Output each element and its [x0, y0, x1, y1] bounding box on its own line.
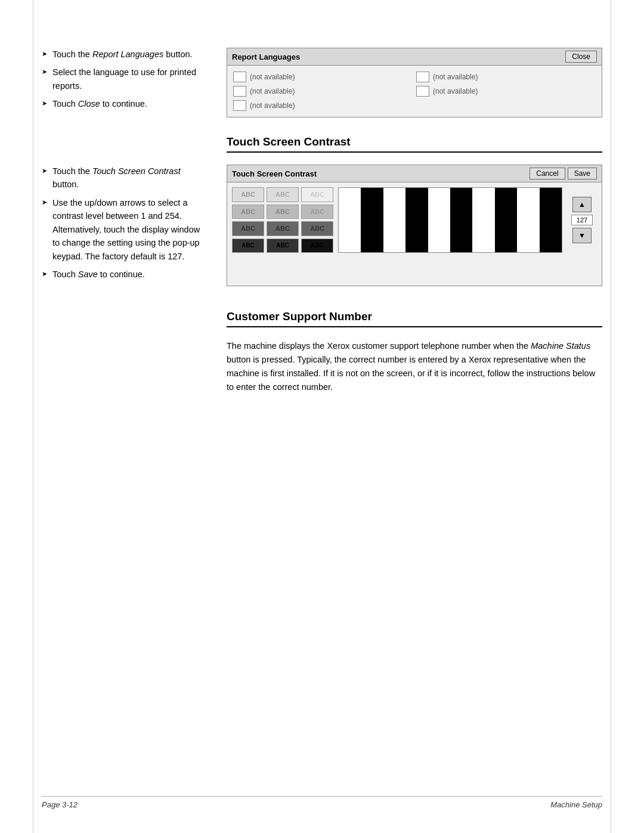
- instruction-1: Touch the Report Languages button.: [42, 48, 209, 61]
- abc-cell-6: ABC: [301, 205, 333, 219]
- abc-cell-10: ABC: [232, 239, 264, 253]
- customer-support-heading-block: Customer Support Number: [227, 310, 602, 339]
- tsc-save-button[interactable]: Save: [568, 168, 597, 179]
- contrast-value[interactable]: 127: [571, 215, 593, 225]
- report-languages-italic: Report Languages: [92, 49, 163, 59]
- abc-cell-12: ABC: [301, 239, 333, 253]
- abc-grid: ABC ABC ABC ABC ABC ABC ABC ABC ABC ABC …: [232, 187, 333, 253]
- list-item: (not available): [233, 72, 413, 82]
- stripe-8: [495, 188, 517, 252]
- stripe-6: [450, 188, 472, 252]
- abc-cell-1: ABC: [232, 187, 264, 202]
- abc-cell-11: ABC: [267, 239, 299, 253]
- section-touch-contrast: Touch the Touch Screen Contrast button. …: [42, 165, 602, 286]
- stripe-7: [472, 188, 494, 252]
- instruction-3: Touch Close to continue.: [42, 97, 209, 110]
- lang-label-1: (not available): [250, 73, 295, 81]
- tsc-cancel-button[interactable]: Cancel: [530, 168, 565, 179]
- lang-label-4: (not available): [433, 87, 478, 95]
- tsc-italic-1: Touch Screen Contrast: [92, 166, 181, 176]
- customer-support-body: The machine displays the Xerox customer …: [227, 339, 602, 395]
- abc-cell-4: ABC: [232, 205, 264, 219]
- tsc-header-buttons: Cancel Save: [530, 168, 597, 179]
- tsc-instruction-3: Touch Save to continue.: [42, 268, 209, 281]
- close-italic: Close: [78, 99, 100, 109]
- report-languages-panel: Report Languages Close (not available) (…: [227, 48, 602, 117]
- footer-section-label: Machine Setup: [550, 800, 602, 809]
- tsc-panel-title: Touch Screen Contrast: [232, 169, 317, 178]
- report-languages-panel-body: (not available) (not available) (not ava…: [227, 66, 602, 117]
- left-border: [33, 0, 33, 833]
- stripe-5: [428, 188, 450, 252]
- tsc-panel-body: ABC ABC ABC ABC ABC ABC ABC ABC ABC ABC …: [227, 182, 602, 258]
- up-arrow-button[interactable]: ▲: [572, 197, 592, 212]
- instruction-2: Select the language to use for printed r…: [42, 66, 209, 92]
- stripe-1: [339, 188, 361, 252]
- tsc-instruction-1: Touch the Touch Screen Contrast button.: [42, 165, 209, 191]
- lang-checkbox-4[interactable]: [416, 86, 429, 97]
- abc-cell-3: ABC: [301, 187, 333, 202]
- customer-support-divider: [227, 326, 602, 327]
- page-container: Touch the Report Languages button. Selec…: [0, 0, 644, 833]
- down-arrow-button[interactable]: ▼: [572, 228, 592, 243]
- lang-label-5: (not available): [250, 101, 295, 110]
- abc-cell-8: ABC: [267, 221, 299, 236]
- list-item: (not available): [233, 100, 413, 111]
- contrast-controls: ▲ 127 ▼: [567, 187, 597, 253]
- report-languages-instructions: Touch the Report Languages button. Selec…: [42, 48, 209, 117]
- contrast-bar: [338, 187, 562, 253]
- lang-checkbox-3[interactable]: [233, 86, 246, 97]
- stripe-9: [517, 188, 539, 252]
- report-languages-panel-title: Report Languages: [232, 52, 300, 61]
- section-report-languages: Touch the Report Languages button. Selec…: [42, 48, 602, 117]
- list-item: (not available): [233, 86, 413, 97]
- report-languages-close-button[interactable]: Close: [565, 51, 597, 63]
- stripe-4: [405, 188, 428, 252]
- lang-checkbox-5[interactable]: [233, 100, 246, 111]
- touch-screen-contrast-heading-block: Touch Screen Contrast: [227, 135, 602, 165]
- touch-screen-contrast-panel-header: Touch Screen Contrast Cancel Save: [227, 165, 602, 182]
- list-item: (not available): [416, 72, 596, 82]
- footer-page-label: Page 3-12: [42, 800, 78, 809]
- report-languages-panel-header: Report Languages Close: [227, 48, 602, 66]
- touch-contrast-instructions: Touch the Touch Screen Contrast button. …: [42, 165, 209, 286]
- lang-label-2: (not available): [433, 73, 478, 81]
- lang-label-3: (not available): [250, 87, 295, 95]
- right-border: [611, 0, 611, 833]
- lang-checkbox-1[interactable]: [233, 72, 246, 82]
- customer-support-heading: Customer Support Number: [227, 310, 602, 323]
- tsc-instruction-2: Use the up/down arrows to select a contr…: [42, 196, 209, 263]
- touch-screen-contrast-panel: Touch Screen Contrast Cancel Save ABC AB…: [227, 165, 602, 286]
- stripe-3: [383, 188, 405, 252]
- content-area: Touch the Report Languages button. Selec…: [42, 36, 602, 395]
- touch-screen-contrast-heading: Touch Screen Contrast: [227, 135, 602, 148]
- tsc-italic-2: Save: [78, 270, 98, 279]
- lang-grid: (not available) (not available) (not ava…: [233, 72, 596, 111]
- touch-screen-contrast-divider: [227, 151, 602, 153]
- lang-checkbox-2[interactable]: [416, 72, 429, 82]
- machine-status-italic: Machine Status: [531, 341, 590, 351]
- abc-cell-7: ABC: [232, 221, 264, 236]
- abc-cell-9: ABC: [301, 221, 333, 236]
- page-footer: Page 3-12 Machine Setup: [42, 796, 602, 809]
- abc-cell-2: ABC: [267, 187, 299, 202]
- stripe-2: [361, 188, 383, 252]
- stripe-10: [540, 188, 562, 252]
- abc-cell-5: ABC: [267, 205, 299, 219]
- list-item: (not available): [416, 86, 596, 97]
